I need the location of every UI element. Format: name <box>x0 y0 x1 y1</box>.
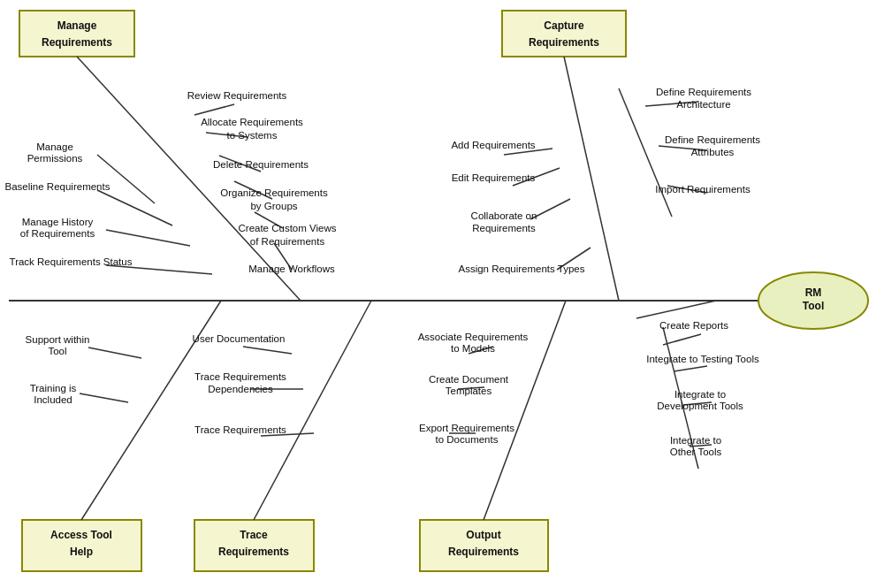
def-attr-text1: Define Requirements <box>665 134 760 145</box>
access-tool-label1: Access Tool <box>50 529 112 541</box>
organize-req-text1: Organize Requirements <box>220 187 328 198</box>
manage-perms-line <box>97 155 155 203</box>
delete-req-text: Delete Requirements <box>213 159 309 170</box>
def-arch-text1: Define Requirements <box>656 87 751 97</box>
track-req-text: Track Requirements Status <box>10 256 133 267</box>
collaborate-text2: Requirements <box>472 223 536 233</box>
workflows-text: Manage Workflows <box>248 263 335 274</box>
export-text2: to Documents <box>436 434 499 445</box>
integrate-testing-text: Integrate to Testing Tools <box>646 354 759 364</box>
baseline-line <box>97 190 172 225</box>
trace-req-label1: Trace <box>240 529 268 541</box>
integrate-dev-text2: Development Tools <box>657 401 743 411</box>
integrate-other-text2: Other Tools <box>670 447 722 457</box>
capture-req-label2: Requirements <box>529 36 599 49</box>
create-custom-text2: of Requirements <box>250 236 325 247</box>
trace-dep-text1: Trace Requirements <box>194 371 286 382</box>
add-req-text: Add Requirements <box>451 140 535 150</box>
associate-text1: Associate Requirements <box>418 332 529 342</box>
training-line <box>80 393 128 402</box>
create-doc-text1: Create Document <box>429 374 509 385</box>
review-req-line <box>194 104 234 115</box>
user-doc-line <box>243 347 292 354</box>
edit-req-text: Edit Requirements <box>452 172 536 183</box>
export-text1: Export Requirements <box>419 423 514 433</box>
allocate-req-text2: to Systems <box>227 130 278 141</box>
collaborate-text1: Collaborate on <box>471 210 537 221</box>
manage-perms-text2: Permissions <box>27 153 83 164</box>
integrate-dev-text1: Integrate to <box>674 389 726 400</box>
create-reports-text: Create Reports <box>659 320 728 331</box>
right-branch-line <box>619 88 672 217</box>
integrate-testing-line <box>674 366 707 371</box>
import-req-text: Import Requirements <box>655 184 751 195</box>
assign-types-text: Assign Requirements Types <box>459 263 585 274</box>
support-tool-text1: Support within <box>26 334 90 345</box>
access-tool-label2: Help <box>70 546 93 558</box>
create-custom-text1: Create Custom Views <box>239 223 337 233</box>
trace-reqs-text: Trace Requirements <box>194 424 286 435</box>
create-doc-text2: Templates <box>446 386 492 396</box>
output-req-label1: Output <box>466 529 500 541</box>
capture-req-label1: Capture <box>544 19 584 32</box>
manage-history-line <box>106 230 190 246</box>
support-tool-text2: Tool <box>48 346 66 356</box>
right-bottom-main <box>636 301 716 318</box>
trace-req-label2: Requirements <box>218 546 289 558</box>
manage-req-box <box>19 11 134 57</box>
rm-tool-label-1: RM <box>805 286 822 299</box>
def-attr-text2: Attributes <box>691 147 735 157</box>
organize-req-text2: by Groups <box>250 201 297 211</box>
rm-tool-label-2: Tool <box>803 300 824 312</box>
def-arch-text2: Architecture <box>676 99 730 110</box>
manage-history-text2: of Requirements <box>20 228 95 239</box>
review-req-text: Review Requirements <box>187 90 287 101</box>
manage-history-text1: Manage History <box>22 217 94 227</box>
manage-req-label2: Requirements <box>42 36 112 49</box>
training-text1: Training is <box>30 383 77 393</box>
user-doc-text: User Documentation <box>193 333 286 344</box>
output-req-label2: Requirements <box>448 546 519 558</box>
training-text2: Included <box>34 394 72 405</box>
baseline-text: Baseline Requirements <box>5 181 110 192</box>
create-reports-line <box>663 334 701 345</box>
integrate-other-text1: Integrate to <box>670 435 721 446</box>
support-tool-line <box>88 347 141 358</box>
capture-req-box <box>502 11 626 57</box>
associate-text2: to Models <box>451 343 495 354</box>
allocate-req-text1: Allocate Requirements <box>201 117 303 127</box>
trace-dep-text2: Dependencies <box>208 384 273 394</box>
manage-req-label1: Manage <box>57 19 97 32</box>
manage-perms-text1: Manage <box>36 141 73 152</box>
